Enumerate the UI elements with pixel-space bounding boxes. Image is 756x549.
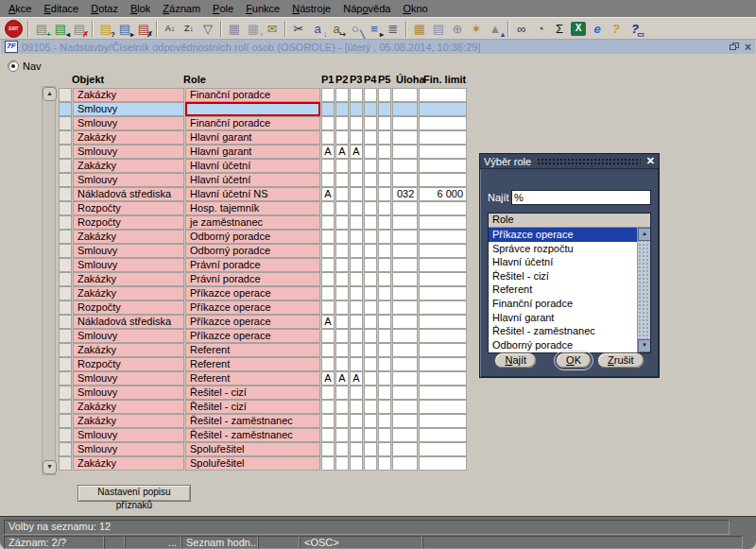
cell-p5[interactable] [378, 343, 391, 357]
ok-button[interactable]: OK [556, 352, 592, 369]
menu-dotaz[interactable]: Dotaz [85, 1, 125, 17]
cell-p3[interactable] [350, 343, 363, 357]
row-selector[interactable] [59, 102, 72, 116]
cell-p1[interactable] [321, 442, 335, 456]
cell-role[interactable]: Řešitel - cizí [185, 386, 320, 400]
cell-p1[interactable] [321, 130, 335, 145]
cell-role[interactable]: Řešitel - cizí [185, 400, 320, 414]
cell-p4[interactable] [364, 130, 377, 145]
cell-p2[interactable] [335, 130, 349, 145]
cell-p3[interactable] [350, 272, 363, 286]
record-scrollbar[interactable]: ▲ ▼ [42, 86, 56, 475]
cell-uloha[interactable] [392, 116, 418, 130]
cell-uloha[interactable] [392, 286, 418, 300]
cell-uloha[interactable] [392, 102, 418, 116]
cell-p5[interactable] [378, 159, 391, 173]
cell-p4[interactable] [364, 88, 377, 102]
cell-fin-limit[interactable] [419, 329, 467, 343]
cell-objekt[interactable]: Rozpočty [73, 215, 184, 230]
role-list-item[interactable]: Referent [489, 283, 638, 297]
row-selector[interactable] [59, 386, 72, 400]
cell-uloha[interactable] [392, 442, 418, 456]
row-selector[interactable] [59, 215, 72, 230]
cell-uloha[interactable] [392, 145, 418, 159]
cell-fin-limit[interactable] [419, 371, 467, 386]
cell-p1[interactable] [321, 159, 335, 173]
cell-p1[interactable] [321, 201, 335, 215]
row-selector[interactable] [59, 329, 72, 343]
menu-editace[interactable]: Editace [38, 1, 85, 17]
cell-uloha[interactable] [392, 428, 418, 442]
cell-p5[interactable] [378, 201, 391, 215]
cell-objekt[interactable]: Smlouvy [73, 386, 184, 400]
cell-role[interactable]: Příkazce operace [185, 329, 320, 343]
cell-p4[interactable] [364, 315, 377, 329]
cell-p5[interactable] [378, 116, 391, 130]
cell-p2[interactable] [335, 272, 349, 286]
cell-p1[interactable] [321, 400, 335, 414]
cell-p5[interactable] [378, 442, 391, 456]
copy-icon[interactable]: a↓ [308, 20, 327, 38]
cell-p1[interactable] [321, 215, 335, 230]
cell-p3[interactable] [350, 414, 363, 428]
cell-fin-limit[interactable] [419, 315, 467, 329]
cell-uloha[interactable] [392, 215, 418, 230]
cell-p3[interactable] [350, 116, 363, 130]
row-selector[interactable] [59, 173, 72, 187]
clipboard-icon[interactable]: ▦ [410, 20, 429, 38]
row-selector[interactable] [59, 357, 72, 371]
cell-objekt[interactable]: Zakázky [73, 130, 184, 145]
wheel-icon[interactable]: ✶ [467, 20, 486, 38]
cell-p4[interactable] [364, 116, 377, 130]
context-help-icon[interactable]: ?▭ [626, 20, 644, 38]
cell-p4[interactable] [364, 230, 377, 244]
cell-p3[interactable] [350, 201, 363, 215]
nav-radio[interactable]: Nav [8, 60, 42, 72]
cell-fin-limit[interactable] [419, 215, 467, 230]
menu-okno[interactable]: Okno [397, 1, 434, 17]
cell-p2[interactable] [335, 329, 349, 343]
delete-record-icon[interactable]: ▤✗ [70, 20, 89, 38]
cell-p3[interactable] [350, 102, 363, 116]
cell-p3[interactable] [350, 258, 363, 272]
cell-role[interactable]: Hlavní garant [185, 145, 320, 159]
cell-uloha[interactable] [392, 357, 418, 371]
cell-fin-limit[interactable] [419, 145, 467, 159]
cell-fin-limit[interactable] [419, 272, 467, 286]
cell-p5[interactable] [378, 187, 391, 201]
menu-napoveda[interactable]: Nápověda [337, 1, 397, 17]
mountain-icon[interactable]: ▲▴ [486, 20, 505, 38]
cell-fin-limit[interactable]: 6 000 [419, 187, 467, 201]
cell-p5[interactable] [378, 258, 391, 272]
cell-p4[interactable] [364, 456, 377, 471]
cell-fin-limit[interactable] [419, 300, 467, 315]
cell-p5[interactable] [378, 386, 391, 400]
cell-fin-limit[interactable] [419, 88, 467, 102]
cell-p5[interactable] [378, 400, 391, 414]
cell-p4[interactable] [364, 400, 377, 414]
cell-p1[interactable] [321, 88, 335, 102]
cell-objekt[interactable]: Rozpočty [73, 300, 184, 315]
row-selector[interactable] [59, 130, 72, 145]
cell-p3[interactable] [350, 357, 363, 371]
cell-role[interactable]: Právní poradce [185, 258, 320, 272]
restore-window-button[interactable] [730, 43, 739, 51]
cell-p2[interactable] [335, 102, 349, 116]
cell-p5[interactable] [378, 456, 391, 471]
cell-p1[interactable] [321, 343, 335, 357]
role-list-scrollbar[interactable]: ▲ ▼ [637, 228, 650, 352]
role-list-item[interactable]: Hlavní účetní [489, 255, 638, 269]
row-selector[interactable] [59, 159, 72, 173]
role-list-item[interactable]: Příkazce operace [489, 228, 638, 242]
cell-p2[interactable] [335, 201, 349, 215]
cell-objekt[interactable]: Zakázky [73, 400, 184, 414]
cell-p4[interactable] [364, 173, 377, 187]
cell-p4[interactable] [364, 442, 377, 456]
cell-p4[interactable] [364, 145, 377, 159]
cell-p3[interactable] [350, 456, 363, 471]
cell-p5[interactable] [378, 215, 391, 230]
cell-p3[interactable] [350, 400, 363, 414]
cell-p2[interactable] [335, 116, 349, 130]
cell-role[interactable]: Hlavní účetní [185, 173, 320, 187]
paste-icon[interactable]: a↪ [327, 20, 346, 38]
